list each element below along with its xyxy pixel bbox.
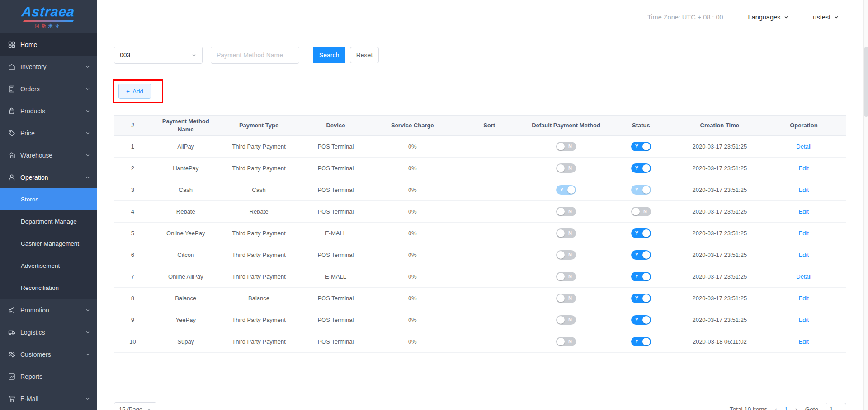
toggle-knob — [642, 294, 650, 302]
sidebar-item-price[interactable]: Price — [0, 122, 97, 144]
operation-link[interactable]: Edit — [799, 252, 809, 258]
service-charge: 0% — [374, 331, 451, 352]
default-payment-toggle[interactable]: N — [556, 207, 576, 216]
chevron-up-icon — [85, 175, 90, 180]
status-toggle[interactable]: Y — [631, 142, 651, 151]
toggle-label: Y — [635, 250, 638, 260]
sidebar-item-label: Price — [20, 130, 35, 137]
default-payment-toggle[interactable]: N — [556, 272, 576, 281]
languages-menu[interactable]: Languages — [736, 8, 801, 27]
add-row: + Add — [114, 84, 846, 103]
user-menu[interactable]: ustest — [801, 8, 841, 27]
scrollbar-thumb[interactable] — [864, 47, 868, 117]
total-items-label: Total 10 items — [730, 406, 767, 410]
default-payment-toggle[interactable]: N — [556, 163, 576, 173]
products-icon — [8, 107, 15, 115]
sidebar-item-label: Logistics — [20, 329, 45, 336]
sidebar-item-products[interactable]: Products — [0, 100, 97, 122]
sidebar-item-label: Inventory — [20, 63, 47, 70]
operation-link[interactable]: Edit — [799, 208, 809, 215]
table-row: 2HantePayThird Party PaymentPOS Terminal… — [114, 157, 846, 179]
operation-link[interactable]: Edit — [799, 338, 809, 345]
sidebar-item-promotion[interactable]: Promotion — [0, 299, 97, 321]
default-payment-toggle[interactable]: N — [556, 315, 576, 325]
toggle-label: N — [568, 163, 572, 173]
chevron-down-icon — [85, 153, 90, 158]
sidebar-subitem-cashier-management[interactable]: Cashier Management — [0, 233, 97, 255]
store-select-value: 003 — [120, 51, 130, 59]
goto-page-input[interactable] — [826, 403, 846, 410]
sidebar-item-reports[interactable]: Reports — [0, 365, 97, 387]
sidebar-item-home[interactable]: Home — [0, 33, 97, 56]
operation-link[interactable]: Edit — [799, 230, 809, 237]
chevron-down-icon — [191, 52, 197, 58]
default-payment-toggle[interactable]: N — [556, 294, 576, 303]
operation-link[interactable]: Detail — [796, 143, 811, 150]
sidebar-item-e-mall[interactable]: E-Mall — [0, 387, 97, 410]
service-charge: 0% — [374, 222, 451, 244]
table-row: 9YeePayThird Party PaymentPOS Terminal0%… — [114, 309, 846, 331]
store-select[interactable]: 003 — [114, 47, 203, 64]
status-toggle[interactable]: Y — [631, 337, 651, 346]
device: E-MALL — [297, 266, 374, 287]
sidebar-item-inventory[interactable]: Inventory — [0, 56, 97, 78]
page-size-select[interactable]: 15 /Page — [114, 402, 156, 410]
sidebar-subitem-label: Department-Manage — [21, 218, 77, 225]
service-charge: 0% — [374, 200, 451, 222]
sidebar-subitem-label: Reconciliation — [21, 284, 59, 291]
status-toggle[interactable]: Y — [631, 163, 651, 173]
payment-method-name-input[interactable] — [211, 47, 299, 64]
column-header: # — [114, 116, 151, 135]
operation-link[interactable]: Edit — [799, 317, 809, 323]
status-toggle[interactable]: Y — [631, 294, 651, 303]
operation-link[interactable]: Detail — [796, 273, 811, 280]
chevron-down-icon — [146, 407, 151, 410]
current-page[interactable]: 1 — [784, 406, 788, 410]
sidebar-item-orders[interactable]: Orders — [0, 78, 97, 100]
default-payment-toggle[interactable]: N — [556, 142, 576, 151]
sidebar-subitem-reconciliation[interactable]: Reconciliation — [0, 277, 97, 299]
toggle-label: N — [568, 250, 572, 260]
sidebar-item-logistics[interactable]: Logistics — [0, 321, 97, 343]
status-toggle[interactable]: Y — [631, 315, 651, 325]
sidebar-subitem-department-manage[interactable]: Department-Manage — [0, 210, 97, 233]
operation-link[interactable]: Edit — [799, 186, 809, 193]
default-payment-toggle[interactable]: N — [556, 337, 576, 346]
default-payment-toggle[interactable]: N — [556, 250, 576, 260]
toggle-label: Y — [635, 228, 638, 238]
sidebar-item-operation[interactable]: Operation — [0, 166, 97, 188]
dashboard-icon — [8, 41, 15, 48]
search-button[interactable]: Search — [313, 47, 345, 63]
reset-button[interactable]: Reset — [350, 47, 379, 63]
next-page-icon[interactable]: › — [795, 405, 798, 410]
operation-link[interactable]: Edit — [799, 295, 809, 302]
table-row: 8BalanceBalancePOS Terminal0%NY2020-03-1… — [114, 287, 846, 309]
sidebar-item-warehouse[interactable]: Warehouse — [0, 144, 97, 166]
operation-link[interactable]: Edit — [799, 165, 809, 172]
column-header: Payment Type — [221, 116, 297, 135]
status-toggle[interactable]: Y — [631, 250, 651, 260]
vertical-scrollbar[interactable] — [863, 0, 868, 410]
payment-type: Balance — [221, 287, 297, 309]
toggle-label: N — [568, 272, 572, 281]
column-header: Operation — [762, 116, 846, 135]
chevron-down-icon — [85, 352, 90, 357]
sidebar-subitem-advertisement[interactable]: Advertisement — [0, 255, 97, 277]
status-toggle[interactable]: N — [631, 207, 651, 216]
creation-time: 2020-03-17 23:51:25 — [678, 244, 762, 266]
prev-page-icon[interactable]: ‹ — [774, 405, 777, 410]
payment-type: Third Party Payment — [221, 157, 297, 179]
status-toggle[interactable]: Y — [631, 228, 651, 238]
toggle-label: Y — [560, 185, 563, 195]
default-payment-toggle[interactable]: N — [556, 228, 576, 238]
toggle-knob — [557, 251, 565, 259]
add-button-label: Add — [132, 88, 143, 95]
toggle-knob — [642, 273, 650, 280]
sidebar-item-customers[interactable]: Customers — [0, 343, 97, 365]
toggle-knob — [557, 338, 565, 345]
add-button[interactable]: + Add — [118, 84, 151, 99]
sidebar-subitem-stores[interactable]: Stores — [0, 188, 97, 210]
table-row: 1AliPayThird Party PaymentPOS Terminal0%… — [114, 135, 846, 157]
status-toggle[interactable]: Y — [631, 272, 651, 281]
default-payment-toggle: Y — [556, 185, 576, 195]
